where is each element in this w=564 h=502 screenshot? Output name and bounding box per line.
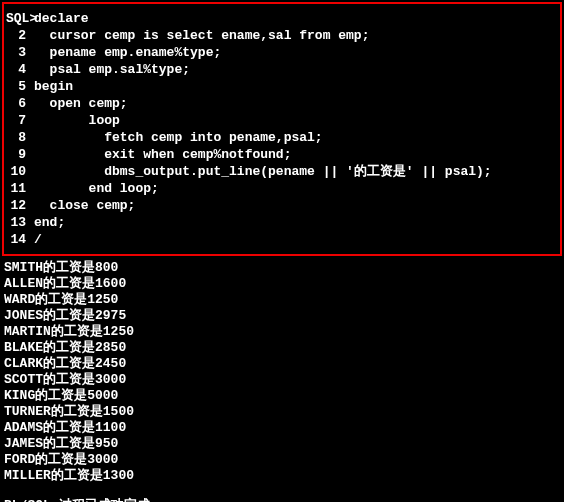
output-line: ALLEN的工资是1600: [4, 276, 560, 292]
code-line: 10 dbms_output.put_line(pename || '的工资是'…: [6, 163, 556, 180]
code-line: 9 exit when cemp%notfound;: [6, 146, 556, 163]
line-number: 8: [6, 129, 34, 146]
line-number: 5: [6, 78, 34, 95]
code-text: loop: [34, 112, 120, 129]
output-line: MARTIN的工资是1250: [4, 324, 560, 340]
code-text: cursor cemp is select ename,sal from emp…: [34, 27, 369, 44]
output-line: JONES的工资是2975: [4, 308, 560, 324]
line-number: SQL>: [6, 10, 34, 27]
code-lines-container: SQL>declare2 cursor cemp is select ename…: [6, 10, 556, 248]
code-text: close cemp;: [34, 197, 135, 214]
output-line: FORD的工资是3000: [4, 452, 560, 468]
sql-code-block: SQL>declare2 cursor cemp is select ename…: [2, 2, 562, 256]
output-line: SCOTT的工资是3000: [4, 372, 560, 388]
code-text: end loop;: [34, 180, 159, 197]
code-line: 6 open cemp;: [6, 95, 556, 112]
line-number: 7: [6, 112, 34, 129]
line-number: 11: [6, 180, 34, 197]
code-text: open cemp;: [34, 95, 128, 112]
line-number: 6: [6, 95, 34, 112]
code-text: pename emp.ename%type;: [34, 44, 221, 61]
output-line: JAMES的工资是950: [4, 436, 560, 452]
line-number: 14: [6, 231, 34, 248]
code-text: exit when cemp%notfound;: [34, 146, 291, 163]
line-number: 4: [6, 61, 34, 78]
code-line: 13end;: [6, 214, 556, 231]
code-text: declare: [34, 10, 89, 27]
code-line: 3 pename emp.ename%type;: [6, 44, 556, 61]
output-line: CLARK的工资是2450: [4, 356, 560, 372]
code-line: 7 loop: [6, 112, 556, 129]
line-number: 13: [6, 214, 34, 231]
output-line: KING的工资是5000: [4, 388, 560, 404]
output-line: ADAMS的工资是1100: [4, 420, 560, 436]
line-number: 2: [6, 27, 34, 44]
code-line: 14/: [6, 231, 556, 248]
output-line: SMITH的工资是800: [4, 260, 560, 276]
output-line: TURNER的工资是1500: [4, 404, 560, 420]
code-line: 4 psal emp.sal%type;: [6, 61, 556, 78]
code-line: 2 cursor cemp is select ename,sal from e…: [6, 27, 556, 44]
code-line: 11 end loop;: [6, 180, 556, 197]
output-block: SMITH的工资是800ALLEN的工资是1600WARD的工资是1250JON…: [2, 258, 562, 502]
line-number: 9: [6, 146, 34, 163]
output-line: BLAKE的工资是2850: [4, 340, 560, 356]
output-line: MILLER的工资是1300: [4, 468, 560, 484]
code-text: fetch cemp into pename,psal;: [34, 129, 323, 146]
code-text: dbms_output.put_line(pename || '的工资是' ||…: [34, 163, 492, 180]
code-text: begin: [34, 78, 73, 95]
code-line: 12 close cemp;: [6, 197, 556, 214]
code-line: 5begin: [6, 78, 556, 95]
line-number: 3: [6, 44, 34, 61]
code-line: 8 fetch cemp into pename,psal;: [6, 129, 556, 146]
code-text: psal emp.sal%type;: [34, 61, 190, 78]
status-line: PL/SQL 过程已成功完成。: [4, 498, 560, 502]
output-line: WARD的工资是1250: [4, 292, 560, 308]
output-lines-container: SMITH的工资是800ALLEN的工资是1600WARD的工资是1250JON…: [4, 260, 560, 484]
line-number: 12: [6, 197, 34, 214]
code-text: end;: [34, 214, 65, 231]
code-text: /: [34, 231, 42, 248]
code-line: SQL>declare: [6, 10, 556, 27]
line-number: 10: [6, 163, 34, 180]
